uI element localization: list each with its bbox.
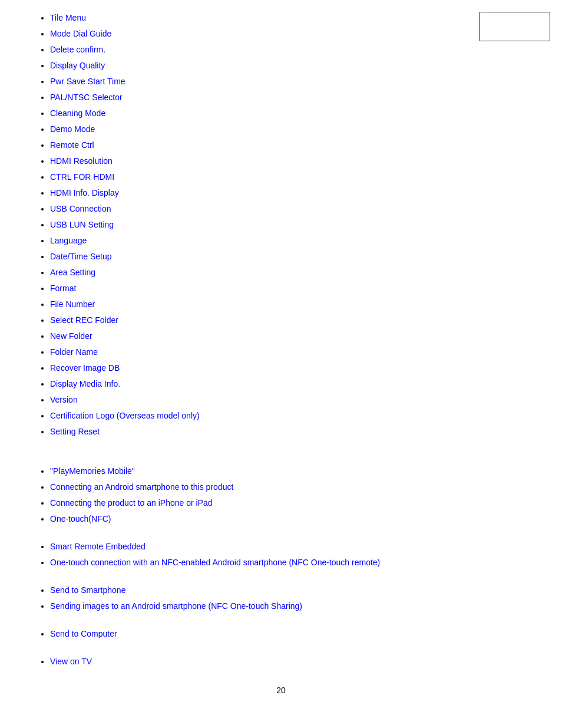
link-setting-reset[interactable]: Setting Reset [50, 427, 100, 436]
list-item-cleaning-mode: Cleaning Mode [50, 107, 527, 120]
list-item-connecting-android: Connecting an Android smartphone to this… [50, 481, 527, 493]
link-cleaning-mode[interactable]: Cleaning Mode [50, 108, 105, 118]
list-item-area-setting: Area Setting [50, 266, 527, 279]
link-sending-images-android[interactable]: Sending images to an Android smartphone … [50, 601, 302, 611]
list-item-send-to-computer: Send to Computer [50, 628, 527, 640]
link-tile-menu[interactable]: Tile Menu [50, 13, 86, 22]
list-item-view-on-tv: View on TV [50, 655, 527, 668]
link-folder-name[interactable]: Folder Name [50, 347, 98, 357]
section-gap-5 [35, 644, 527, 655]
list-item-playmemories-mobile: "PlayMemories Mobile" [50, 465, 527, 477]
link-connecting-android[interactable]: Connecting an Android smartphone to this… [50, 482, 233, 492]
link-datetime-setup[interactable]: Date/Time Setup [50, 252, 112, 261]
list-item-connecting-iphone-ipad: Connecting the product to an iPhone or i… [50, 497, 527, 509]
list-item-version: Version [50, 394, 527, 406]
section-gap-4 [35, 616, 527, 628]
list-item-remote-ctrl: Remote Ctrl [50, 139, 527, 151]
section4-list: Send to SmartphoneSending images to an A… [35, 584, 527, 612]
list-item-folder-name: Folder Name [50, 346, 527, 358]
link-display-media-info[interactable]: Display Media Info. [50, 379, 120, 388]
list-item-one-touch-nfc: One-touch(NFC) [50, 513, 527, 525]
link-send-to-computer[interactable]: Send to Computer [50, 629, 117, 638]
link-display-quality[interactable]: Display Quality [50, 61, 105, 70]
link-send-to-smartphone[interactable]: Send to Smartphone [50, 585, 125, 595]
section3-list: Smart Remote EmbeddedOne-touch connectio… [35, 541, 527, 569]
link-view-on-tv[interactable]: View on TV [50, 657, 92, 666]
link-new-folder[interactable]: New Folder [50, 331, 92, 341]
link-ctrl-for-hdmi[interactable]: CTRL FOR HDMI [50, 172, 114, 182]
link-certification-logo[interactable]: Certification Logo (Overseas model only) [50, 411, 200, 420]
link-one-touch-connection-nfc[interactable]: One-touch connection with an NFC-enabled… [50, 558, 380, 567]
section-gap-2 [35, 529, 527, 541]
list-item-certification-logo: Certification Logo (Overseas model only) [50, 410, 527, 422]
list-item-new-folder: New Folder [50, 330, 527, 342]
link-smart-remote-embedded[interactable]: Smart Remote Embedded [50, 542, 146, 551]
list-item-setting-reset: Setting Reset [50, 426, 527, 438]
list-item-demo-mode: Demo Mode [50, 123, 527, 136]
link-format[interactable]: Format [50, 284, 76, 293]
list-item-send-to-smartphone: Send to Smartphone [50, 584, 527, 597]
list-item-hdmi-info-display: HDMI Info. Display [50, 187, 527, 199]
link-one-touch-nfc[interactable]: One-touch(NFC) [50, 514, 111, 523]
link-area-setting[interactable]: Area Setting [50, 268, 95, 277]
link-connecting-iphone-ipad[interactable]: Connecting the product to an iPhone or i… [50, 498, 213, 508]
list-item-usb-lun-setting: USB LUN Setting [50, 219, 527, 231]
section-gap-1 [35, 442, 527, 465]
link-demo-mode[interactable]: Demo Mode [50, 124, 95, 134]
link-select-rec-folder[interactable]: Select REC Folder [50, 315, 118, 325]
section1-list: Tile MenuMode Dial GuideDelete confirm.D… [35, 12, 527, 438]
link-version[interactable]: Version [50, 395, 78, 404]
page-container: Tile MenuMode Dial GuideDelete confirm.D… [0, 0, 562, 724]
section5-list: Send to Computer [35, 628, 527, 640]
link-pwr-save-start-time[interactable]: Pwr Save Start Time [50, 77, 125, 86]
link-hdmi-info-display[interactable]: HDMI Info. Display [50, 188, 119, 197]
list-item-smart-remote-embedded: Smart Remote Embedded [50, 541, 527, 553]
list-item-format: Format [50, 282, 527, 295]
list-item-select-rec-folder: Select REC Folder [50, 314, 527, 327]
list-item-display-quality: Display Quality [50, 60, 527, 72]
list-item-one-touch-connection-nfc: One-touch connection with an NFC-enabled… [50, 556, 527, 569]
page-number: 20 [35, 686, 527, 695]
list-item-delete-confirm: Delete confirm. [50, 44, 527, 56]
link-pal-ntsc-selector[interactable]: PAL/NTSC Selector [50, 93, 123, 102]
list-item-usb-connection: USB Connection [50, 203, 527, 215]
link-delete-confirm[interactable]: Delete confirm. [50, 45, 105, 54]
list-item-mode-dial-guide: Mode Dial Guide [50, 28, 527, 40]
link-recover-image-db[interactable]: Recover Image DB [50, 363, 120, 373]
list-item-pal-ntsc-selector: PAL/NTSC Selector [50, 91, 527, 104]
list-item-language: Language [50, 235, 527, 247]
list-item-ctrl-for-hdmi: CTRL FOR HDMI [50, 171, 527, 183]
list-item-file-number: File Number [50, 298, 527, 311]
link-mode-dial-guide[interactable]: Mode Dial Guide [50, 29, 111, 38]
list-item-sending-images-android: Sending images to an Android smartphone … [50, 600, 527, 612]
list-item-display-media-info: Display Media Info. [50, 378, 527, 390]
section2-list: "PlayMemories Mobile"Connecting an Andro… [35, 465, 527, 525]
link-language[interactable]: Language [50, 236, 87, 245]
top-right-box [480, 12, 550, 41]
list-item-tile-menu: Tile Menu [50, 12, 527, 24]
list-item-datetime-setup: Date/Time Setup [50, 251, 527, 263]
list-item-recover-image-db: Recover Image DB [50, 362, 527, 374]
section6-list: View on TV [35, 655, 527, 668]
link-usb-lun-setting[interactable]: USB LUN Setting [50, 220, 114, 229]
section-gap-3 [35, 572, 527, 584]
list-item-hdmi-resolution: HDMI Resolution [50, 155, 527, 167]
link-usb-connection[interactable]: USB Connection [50, 204, 111, 213]
list-item-pwr-save-start-time: Pwr Save Start Time [50, 75, 527, 88]
link-playmemories-mobile[interactable]: "PlayMemories Mobile" [50, 466, 135, 476]
link-file-number[interactable]: File Number [50, 299, 95, 309]
link-hdmi-resolution[interactable]: HDMI Resolution [50, 156, 113, 166]
link-remote-ctrl[interactable]: Remote Ctrl [50, 140, 94, 150]
